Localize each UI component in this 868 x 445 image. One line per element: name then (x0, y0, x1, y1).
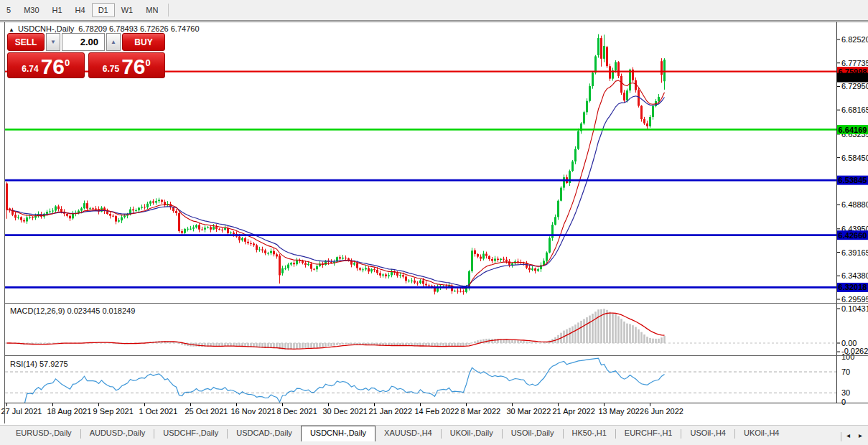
rsi-pane (5, 358, 836, 408)
volume-increase-button[interactable]: ▲ (106, 33, 121, 51)
moving-averages (7, 80, 665, 289)
buy-price-point: 0 (146, 57, 151, 68)
sell-price-box[interactable]: 6.74760 (7, 52, 85, 78)
timeframe-button-mn[interactable]: MN (139, 3, 164, 17)
date-tick-label: 30 Dec 2021 (323, 407, 368, 416)
macd-tick-label: 0.104313 (841, 304, 868, 313)
price-axis: 6.825206.777356.729506.681656.632356.584… (836, 35, 868, 304)
chart-title: ▲USDCNH-,Daily 6.78209 6.78493 6.72626 6… (9, 24, 200, 33)
date-tick-label: 1 Oct 2021 (139, 407, 178, 416)
date-tick-label: 16 Nov 2021 (231, 407, 276, 416)
date-tick-label: 21 Jan 2022 (369, 407, 413, 416)
price-badge-label: 6.42660 (839, 231, 867, 240)
chart-symbol-label: USDCNH-,Daily (18, 24, 74, 33)
price-badge-label: 6.64169 (839, 126, 867, 134)
date-tick-label: 30 Mar 2022 (507, 407, 551, 416)
symbol-tab-eurusd-daily[interactable]: EURUSD-,Daily (7, 426, 80, 441)
trade-panel-collapse-icon[interactable]: ▲ (9, 27, 14, 33)
timeframe-toolbar: 5M30H1H4D1W1MN (0, 0, 868, 21)
price-tick-label: 6.77735 (841, 59, 868, 67)
date-tick-label: 8 Mar 2022 (461, 407, 501, 416)
buy-price-box[interactable]: 6.75760 (88, 52, 166, 78)
macd-indicator-label: MACD(12,26,9) 0.023445 0.018249 (10, 306, 135, 315)
date-tick-label: 18 Aug 2021 (47, 407, 92, 416)
price-level-lines (5, 72, 836, 288)
chart-window: 6.825206.777356.729506.681656.632356.584… (0, 21, 868, 425)
timeframe-button-m30[interactable]: M30 (17, 3, 45, 17)
price-tick-label: 6.48880 (841, 200, 868, 209)
date-tick-label: 9 Sep 2021 (93, 407, 134, 416)
symbol-tab-eurchf-h1[interactable]: EURCHF-,H1 (616, 426, 681, 441)
chart-ohlc-values: 6.78209 6.78493 6.72626 6.74760 (78, 24, 199, 33)
symbol-tab-usoil-h4[interactable]: USOil-,H4 (681, 426, 734, 441)
date-tick-label: 25 Oct 2021 (185, 407, 228, 416)
toolbar-separator (168, 4, 169, 17)
tab-scroll-left-icon[interactable]: ◂ (843, 431, 854, 440)
timeframe-button-d1[interactable]: D1 (92, 3, 115, 17)
sell-button[interactable]: SELL (7, 33, 45, 51)
symbol-tab-ukoil-daily[interactable]: UKOil-,Daily (442, 426, 502, 441)
rsi-tick-label: 0 (841, 398, 846, 406)
timeframe-button-5[interactable]: 5 (0, 3, 17, 17)
symbol-tab-usdcad-daily[interactable]: USDCAD-,Daily (228, 426, 301, 441)
symbol-tab-usdchf-daily[interactable]: USDCHF-,Daily (154, 426, 227, 441)
buy-button[interactable]: BUY (122, 33, 165, 51)
price-tick-label: 6.58450 (841, 154, 868, 162)
symbol-tab-hk50-h1[interactable]: HK50-,H1 (564, 426, 615, 441)
symbol-tab-audusd-daily[interactable]: AUDUSD-,Daily (81, 426, 154, 441)
sell-price-pips: 76 (41, 57, 65, 77)
volume-input[interactable]: 2.00 (62, 33, 105, 51)
sell-price-point: 0 (65, 57, 70, 68)
timeframe-button-w1[interactable]: W1 (115, 3, 140, 17)
symbol-tab-xauusd-h4[interactable]: XAUUSD-,H4 (375, 426, 441, 441)
tab-separator (841, 432, 841, 441)
date-tick-label: 6 Jun 2022 (645, 407, 683, 416)
rsi-indicator-label: RSI(14) 57.9275 (10, 360, 68, 368)
symbol-tab-ukoil-h4[interactable]: UKOil-,H4 (735, 426, 788, 441)
date-tick-label: 14 Feb 2022 (415, 407, 459, 416)
timeframe-button-h4[interactable]: H4 (69, 3, 92, 17)
timeframe-button-h1[interactable]: H1 (46, 3, 69, 17)
date-axis: 27 Jul 202118 Aug 20219 Sep 20211 Oct 20… (1, 403, 683, 416)
price-tick-label: 6.82520 (841, 35, 868, 44)
macd-axis: 0.1043130.00-0.026249 (836, 304, 868, 355)
date-tick-label: 13 May 2022 (599, 407, 645, 416)
chevron-down-icon: ▼ (50, 39, 56, 45)
rsi-tick-label: 100 (841, 352, 854, 361)
price-tick-label: 6.34380 (841, 271, 868, 280)
price-badge-label: 6.74760 (839, 73, 867, 82)
price-badge-label: 6.32018 (839, 283, 867, 291)
date-tick-label: 27 Jul 2021 (1, 407, 42, 416)
price-tick-label: 6.39165 (841, 248, 868, 257)
buy-price-prefix: 6.75 (103, 64, 119, 74)
date-tick-label: 8 Dec 2021 (277, 407, 317, 416)
volume-decrease-button[interactable]: ▼ (46, 33, 60, 51)
trading-terminal-window: 5M30H1H4D1W1MN 6.825206.777356.729506.68… (0, 0, 868, 445)
date-tick-label: 21 Apr 2022 (553, 407, 595, 416)
rsi-tick-label: 30 (841, 388, 850, 397)
sell-price-prefix: 6.74 (22, 64, 38, 74)
tab-scroll-right-icon[interactable]: ▸ (855, 431, 866, 440)
price-tick-label: 6.68165 (841, 106, 868, 114)
price-tick-label: 6.29595 (841, 295, 868, 304)
price-badge-label: 6.53845 (839, 176, 867, 184)
symbol-tab-bar: EURUSD-,DailyAUDUSD-,DailyUSDCHF-,DailyU… (0, 425, 868, 445)
buy-price-pips: 76 (121, 57, 145, 77)
pane-borders (0, 22, 868, 423)
price-chart: 6.825206.777356.729506.681656.632356.584… (0, 22, 868, 425)
price-tick-label: 6.72950 (841, 82, 868, 90)
symbol-tab-usoil-daily[interactable]: USOil-,Daily (503, 426, 563, 441)
symbol-tab-usdcnh-daily[interactable]: USDCNH-,Daily (301, 426, 375, 441)
rsi-axis: 10070300 (841, 352, 854, 406)
chevron-up-icon: ▲ (111, 39, 116, 45)
one-click-trade-panel: SELL ▼ 2.00 ▲ BUY 6.74760 6.75760 (7, 33, 165, 78)
rsi-tick-label: 70 (841, 367, 850, 376)
